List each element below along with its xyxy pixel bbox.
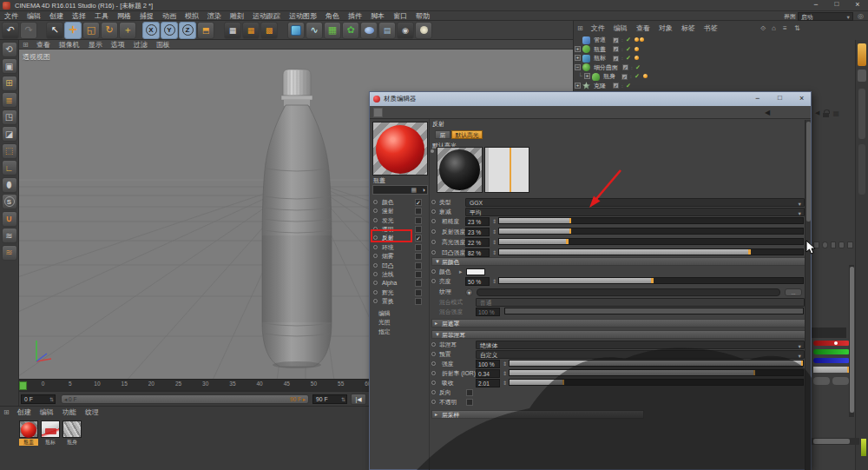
param-dot[interactable]	[431, 390, 436, 394]
texture-arrow-button[interactable]: ▼	[465, 288, 473, 296]
action-edit[interactable]: 编辑	[373, 309, 427, 318]
dialog-scrollbar[interactable]	[805, 120, 811, 470]
dock-tab[interactable]	[858, 144, 865, 195]
close-button[interactable]: ×	[851, 0, 865, 10]
channel-row-bump[interactable]: 凹凸	[373, 261, 427, 270]
fresnel-strength-slider[interactable]	[509, 360, 804, 367]
menu-item[interactable]: 帮助	[411, 10, 434, 22]
dock-tab-active-icon[interactable]	[858, 43, 866, 66]
param-dot[interactable]	[431, 219, 436, 223]
menu-item[interactable]: 窗口	[389, 10, 411, 22]
object-manager-menu-icon[interactable]: ⊞	[574, 24, 587, 32]
material-manager-menu-item[interactable]: 编辑	[36, 407, 58, 418]
bottle-model[interactable]	[257, 66, 337, 372]
texture-layer-icon[interactable]: ≋	[2, 245, 17, 261]
channel-checkbox[interactable]	[415, 208, 422, 215]
menu-item[interactable]: 角色	[321, 10, 344, 22]
lock-y-axis-button[interactable]: Y	[161, 22, 178, 39]
material-thumbnail-cap[interactable]	[19, 420, 38, 438]
menu-item[interactable]: 创建	[45, 10, 68, 22]
param-dot[interactable]	[431, 361, 436, 366]
object-manager-menu-item[interactable]: 文件	[587, 23, 609, 34]
material-thumbnail-body[interactable]	[62, 420, 82, 438]
make-editable-icon[interactable]: ⟲	[2, 42, 17, 57]
param-dot[interactable]	[431, 209, 436, 214]
reflectance-type-dropdown[interactable]: GGX▼	[465, 198, 805, 207]
fresnel-dropdown[interactable]: 绝缘体▼	[476, 341, 805, 349]
param-dot[interactable]	[431, 240, 436, 244]
layer-check[interactable]: ✓	[613, 46, 619, 52]
reflectance-falloff-dropdown[interactable]: 平均▼	[465, 208, 805, 216]
material-thumbnail-label[interactable]	[41, 420, 60, 438]
current-frame-field[interactable]: 0 F ⇅	[21, 394, 56, 404]
texture-field[interactable]	[477, 288, 780, 296]
color-button[interactable]	[813, 377, 830, 385]
specular-falloff-widget[interactable]	[484, 147, 529, 193]
channel-checkbox[interactable]	[415, 226, 422, 233]
blue-channel-slider[interactable]	[813, 358, 850, 363]
lock-small-icon[interactable]	[831, 242, 837, 248]
end-frame-field[interactable]: 90 F ⇅	[312, 394, 347, 404]
channel-row-normal[interactable]: 法线	[373, 270, 427, 279]
channel-checkbox[interactable]	[415, 253, 422, 260]
param-dot[interactable]	[431, 269, 436, 274]
material-label[interactable]: 瓶标	[41, 439, 60, 446]
channel-checkbox[interactable]	[415, 262, 422, 269]
section-layer-fresnel[interactable]: ▼层菲涅耳	[431, 330, 809, 339]
texture-tag-icon[interactable]	[635, 56, 639, 60]
menu-item[interactable]: 动画	[158, 10, 181, 22]
lock-icon[interactable]	[823, 113, 829, 117]
enabled-check-icon[interactable]: ✓	[626, 54, 631, 63]
lock-x-axis-button[interactable]: X	[142, 22, 160, 39]
add-metaball-icon[interactable]	[360, 22, 378, 39]
channel-row-environment[interactable]: 环境	[373, 243, 427, 252]
reflection-strength-value[interactable]: 23 %	[465, 228, 490, 236]
param-dot[interactable]	[431, 279, 436, 283]
roughness-slider[interactable]	[498, 217, 804, 224]
object-manager-menu-item[interactable]: 书签	[700, 23, 722, 34]
param-dot[interactable]	[431, 400, 436, 404]
layer-check[interactable]: ✓	[622, 64, 628, 70]
undo-icon[interactable]: ↶	[2, 22, 19, 39]
add-primitive-cube-icon[interactable]	[287, 22, 305, 39]
section-layer-mask[interactable]: ▸层遮罩	[431, 319, 809, 328]
texture-tag-icon[interactable]	[643, 74, 648, 78]
viewport-menu-item[interactable]: 选项	[107, 40, 129, 50]
texture-tag-icon[interactable]	[640, 37, 644, 42]
menu-item[interactable]: 渲染	[203, 10, 226, 22]
red-channel-slider[interactable]	[813, 341, 850, 346]
channel-row-color[interactable]: 颜色✓	[373, 198, 427, 207]
menu-item[interactable]: 模拟	[181, 10, 203, 22]
enabled-check-icon[interactable]: ✓	[635, 72, 640, 81]
add-camera-icon[interactable]: ◉	[397, 22, 414, 39]
lock-z-axis-button[interactable]: Z	[179, 22, 196, 39]
back-arrow-icon[interactable]: ◀	[815, 109, 819, 116]
opaque-checkbox[interactable]	[466, 399, 473, 406]
action-assign[interactable]: 指定	[373, 328, 427, 336]
cursor-mode-icon[interactable]	[813, 242, 819, 248]
absorption-slider[interactable]	[509, 379, 804, 386]
add-spline-icon[interactable]: ∿	[306, 22, 323, 39]
viewport-menu-item[interactable]: 摄像机	[55, 40, 84, 50]
polygon-mode-icon[interactable]: ◪	[2, 126, 17, 142]
grid-small-icon[interactable]: ▦	[411, 187, 417, 194]
playhead[interactable]	[19, 381, 27, 390]
object-row-subdivision[interactable]: − 细分曲面 ✓ : ✓	[574, 63, 834, 72]
roughness-value[interactable]: 23 %	[465, 217, 490, 226]
list-icon[interactable]: ≡	[783, 24, 787, 32]
material-label[interactable]: 瓶身	[62, 439, 82, 446]
absorption-value[interactable]: 2.01	[476, 379, 500, 387]
object-row-label[interactable]: + 瓶标 ✓ : ✓	[574, 54, 834, 63]
magnet-mode-icon[interactable]: ∪	[2, 211, 17, 227]
redo-icon[interactable]: ↷	[20, 22, 37, 39]
channel-row-alpha[interactable]: Alpha	[373, 279, 427, 288]
channel-checkbox[interactable]	[415, 289, 422, 296]
channel-row-fog[interactable]: 烟雾	[373, 252, 427, 261]
render-settings-icon[interactable]: ▩	[260, 22, 278, 39]
param-dot[interactable]	[431, 342, 436, 347]
render-view-icon[interactable]: ▦	[224, 22, 241, 39]
enabled-check-icon[interactable]: ✓	[635, 63, 641, 72]
workplane-layer-icon[interactable]: ≋	[2, 228, 17, 243]
material-label-selected[interactable]: 瓶盖	[19, 439, 38, 446]
material-name-input[interactable]: ▦ ◑	[372, 185, 428, 195]
